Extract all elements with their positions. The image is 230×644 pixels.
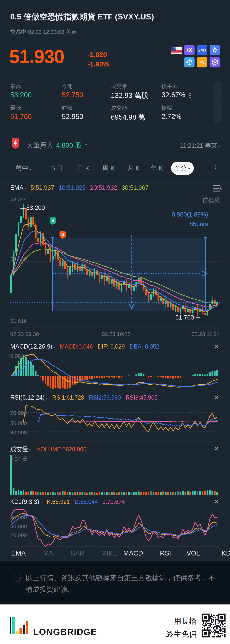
chevron-down-icon [24, 187, 26, 189]
indicator-tab-ma[interactable]: MA [43, 550, 53, 557]
rsi2-value: RSI2:53.580 [89, 394, 121, 401]
stat-label: 振幅 [162, 104, 172, 112]
macd-chart[interactable] [0, 352, 230, 391]
rsi-dropdown[interactable]: RSI(6,12,24) [10, 394, 47, 401]
longbridge-logo-icon [10, 617, 29, 634]
tab-1min-selected[interactable]: 1 分 [171, 162, 194, 175]
stat-label: 今開 [62, 82, 73, 90]
rsi-chart[interactable] [0, 402, 230, 442]
day-low-marker: 51.760 [175, 314, 200, 321]
stat-value: 32.67% [162, 91, 185, 99]
chevron-down-icon [188, 167, 190, 169]
kdj-close-button[interactable]: × [214, 498, 219, 506]
x-tick-0930: 02.23 09:30 [10, 331, 39, 337]
indicator-tab-vol[interactable]: VOL [187, 550, 200, 557]
disclaimer-text-block: ⓘ 以上行情、資訊及其他數據來自第三方數據源，僅供參考，不構成投資建議。 [14, 572, 216, 595]
24h-trading-badge[interactable]: 24H [197, 45, 207, 55]
ema20-value: 20:51.932 [90, 184, 117, 191]
molecule-icon [211, 46, 218, 54]
tab-weekly[interactable]: 周 K [102, 164, 115, 173]
footer: LONGBRIDGE 用長橋 終生免佣 [0, 604, 230, 644]
disclaimer-section: ⓘ 以上行情、資訊及其他數據來自第三方數據源，僅供參考，不構成投資建議。 [0, 561, 230, 604]
x-tick-1124: 02.23 11:24 [191, 331, 220, 337]
info-icon: ⓘ [14, 572, 21, 584]
turnover-more-menu-icon[interactable] [189, 92, 191, 99]
legend-collapse-icon[interactable] [213, 184, 222, 192]
measure-bars-label: 85bars [190, 221, 208, 228]
macd-close-button[interactable]: × [214, 342, 219, 350]
price-change-percent: -1.93% [87, 60, 109, 68]
kdj-chart[interactable] [0, 509, 230, 547]
volume-axis-label: 9.34 萬 [10, 456, 28, 463]
tab-yearly[interactable]: 年 K [151, 164, 163, 173]
volume-value: VOLUME:5628.000 [37, 446, 86, 453]
stat-label: 成交額 [111, 104, 127, 112]
chevron-down-icon [29, 448, 32, 450]
slogan-line-1: 用長橋 [166, 614, 197, 628]
indicator-tab-macd[interactable]: MACD [123, 550, 143, 557]
kdj-dropdown[interactable]: KDJ(9,3,3) [10, 498, 42, 505]
kdj-gridline-20: 20.000 [10, 532, 27, 538]
derivatives-badge[interactable] [209, 57, 220, 68]
ema-dropdown[interactable]: EMA [10, 184, 26, 191]
indicator-tab-ema[interactable]: EMA [11, 550, 26, 557]
dea-value: DEA:-0.052 [130, 343, 159, 350]
last-price: 51.930 [9, 47, 64, 66]
margin-badge[interactable] [184, 57, 194, 68]
page-title: 0.5 倍做空恐慌指數期貨 ETF (SVXY.US) [10, 12, 154, 22]
day-high-marker: 53.200 [21, 204, 45, 211]
stat-value: 52.950 [62, 112, 83, 120]
low-tick-icon [196, 318, 200, 318]
stat-label: 換手率 [162, 82, 178, 90]
j-value: J:70.674 [103, 498, 125, 505]
measure-change-label: 0.980(1.89%) [172, 211, 208, 218]
macd-dropdown[interactable]: MACD(12,26,9) [10, 343, 55, 350]
atom-icon [186, 46, 193, 54]
brand-name: LONGBRIDGE [33, 626, 97, 637]
indicator-tab-kdj[interactable]: KDJ [221, 550, 230, 557]
indicator-tab-rsi[interactable]: RSI [160, 550, 171, 557]
chevron-down-icon [40, 501, 42, 503]
tab-5day[interactable]: 5 日 [51, 164, 63, 173]
divider [0, 340, 230, 340]
chevron-down-icon [53, 346, 55, 348]
adjust-mode-label[interactable]: 前復權 [202, 196, 220, 204]
volume-close-button[interactable]: × [214, 444, 219, 452]
tab-monthly[interactable]: 月 K [128, 164, 140, 173]
divider [0, 182, 230, 182]
stat-value: 6954.98 萬 [111, 112, 145, 122]
macd-value: MACD:0.046 [60, 343, 93, 350]
big-trade-row[interactable]: 大筆買入 4,800 股 ↑ [27, 141, 88, 150]
tab-daily[interactable]: 日 K [77, 164, 89, 173]
rsi-gridline-50: 50.000 [10, 420, 27, 426]
stat-label: 最低 [10, 104, 21, 112]
indicator-tab-mike[interactable]: MIKE [101, 550, 118, 557]
stat-label: 昨收 [62, 104, 73, 112]
trading-status-line: 交易中 02.23 12:33:08 美東 [10, 28, 77, 36]
ema-legend: EMA 5:51.937 10:51.925 20:51.932 30:51.9… [10, 184, 149, 191]
volume-header: 成交量 VOLUME:5628.000 [10, 445, 86, 453]
high-tick-icon [21, 208, 25, 208]
divider [205, 164, 205, 172]
rsi-header: RSI(6,12,24) RSI1:61.728 RSI2:53.580 RSI… [10, 394, 158, 401]
disclaimer-text: 以上行情、資訊及其他數據來自第三方數據源，僅供參考，不構成投資建議。 [26, 574, 215, 593]
price-change: -1.020 [87, 51, 107, 58]
stat-value: 132.93 萬股 [111, 91, 148, 100]
etf-tag-badge[interactable] [184, 45, 194, 55]
volume-dropdown[interactable]: 成交量 [10, 445, 31, 453]
index-constituent-badge[interactable] [209, 45, 220, 55]
rsi-close-button[interactable]: × [214, 394, 219, 401]
rsi3-value: RSI3:45.905 [126, 394, 158, 401]
big-trade-time-selector[interactable]: 11:21:21 美東 [180, 142, 220, 150]
indicator-tab-sar[interactable]: SAR [71, 550, 84, 557]
us-flag-icon [171, 46, 182, 54]
volume-chart[interactable] [0, 454, 230, 495]
chart-settings-menu-icon[interactable] [215, 164, 216, 170]
stats-expand-scroll-pill[interactable] [213, 81, 222, 124]
chevron-down-icon [46, 397, 48, 399]
tab-intraday[interactable]: 盤中 [16, 164, 31, 173]
short-sell-badge[interactable] [197, 57, 207, 68]
stat-value: 53.200 [10, 91, 32, 99]
y-axis-top-label: 53.344 [10, 196, 27, 202]
macd-header: MACD(12,26,9) MACD:0.046 DIF:-0.029 DEA:… [10, 343, 159, 350]
